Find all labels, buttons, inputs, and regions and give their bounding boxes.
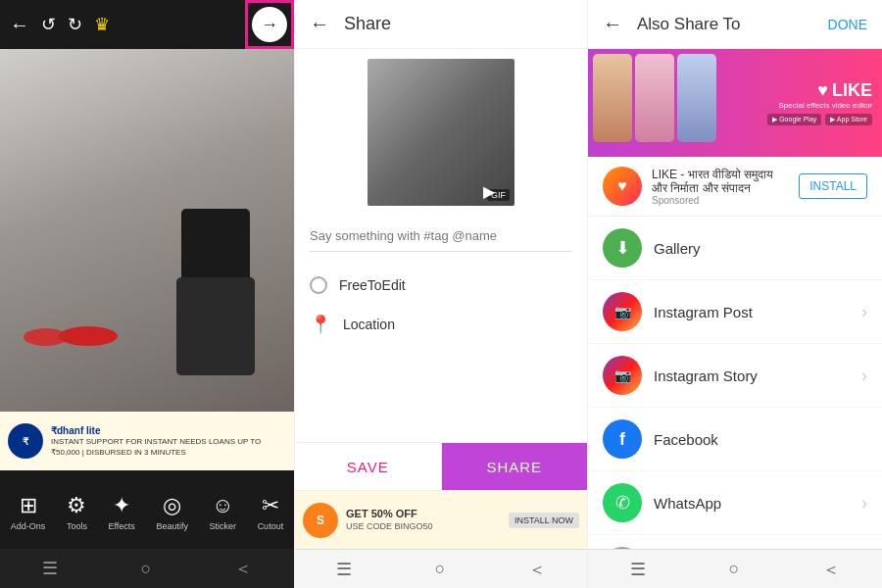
right-panel: ← Also Share To DONE ♥ LIKE Special effe…	[588, 0, 882, 588]
left-top-bar: ← ↺ ↻ ♛ →	[0, 0, 294, 49]
bottom-nav-middle: ☰ ○ ＜	[295, 549, 587, 588]
preview-thumbnail: GIF ▶	[368, 59, 514, 206]
gallery-icon: ⬇	[603, 228, 642, 268]
google-play-button[interactable]: ▶ Google Play	[767, 114, 821, 125]
canvas-decoration-2	[59, 326, 118, 346]
swiggy-logo: S	[303, 503, 338, 538]
instagram-post-icon: 📷	[603, 292, 642, 331]
gallery-label: Gallery	[654, 240, 867, 257]
share-list: ⬇ Gallery 📷 Instagram Post › 📷 Instagram…	[588, 217, 882, 549]
radio-freetoedit[interactable]	[310, 276, 327, 294]
instagram-story-share-item[interactable]: 📷 Instagram Story ›	[588, 344, 882, 408]
freetoedit-label: FreeToEdit	[339, 277, 406, 293]
facebook-share-item[interactable]: f Facebook	[588, 408, 882, 471]
whatsapp-chevron: ›	[861, 493, 867, 514]
like-tagline: Special effects video editor	[767, 101, 872, 110]
next-arrow-icon: →	[252, 7, 287, 42]
home-icon[interactable]: ○	[141, 559, 152, 579]
middle-panel: ← Share GIF ▶ FreeToEdit 📍 Location SAVE…	[294, 0, 588, 588]
location-label: Location	[343, 317, 395, 332]
phone-card-1	[593, 54, 632, 142]
ad-banner-left[interactable]: ₹ ₹dhanf lite INSTANT SUPPORT FOR INSTAN…	[0, 412, 294, 470]
redo-icon[interactable]: ↻	[68, 14, 82, 35]
ad-text: ₹dhanf lite INSTANT SUPPORT FOR INSTANT …	[51, 424, 286, 458]
share-header: ← Share	[295, 0, 587, 49]
crown-icon[interactable]: ♛	[94, 14, 110, 35]
instagram-post-share-item[interactable]: 📷 Instagram Post ›	[588, 280, 882, 344]
next-button[interactable]: →	[245, 0, 294, 49]
canvas-background	[0, 49, 294, 412]
app-store-button[interactable]: ▶ App Store	[825, 114, 872, 125]
instagram-post-chevron: ›	[861, 302, 867, 322]
chair-seat	[176, 277, 255, 375]
canvas-area	[0, 49, 294, 412]
play-icon: ▶	[483, 182, 495, 201]
toolbar-cutout[interactable]: ✂ Cutout	[258, 493, 284, 531]
toolbar-addons[interactable]: ⊞ Add-Ons	[11, 493, 46, 531]
bottom-nav-left: ☰ ○ ＜	[0, 549, 294, 588]
facebook-label: Facebook	[654, 431, 867, 448]
left-panel: ← ↺ ↻ ♛ → ₹ ₹dhanf lite INSTANT SUPPORT …	[0, 0, 294, 588]
instagram-story-label: Instagram Story	[654, 368, 861, 384]
like-phones-display	[593, 54, 716, 142]
share-action-buttons: SAVE SHARE	[295, 442, 587, 490]
back-icon-mid[interactable]: ＜	[528, 558, 546, 581]
like-sponsored-label: Sponsored	[652, 195, 789, 206]
instagram-post-label: Instagram Post	[654, 304, 861, 320]
bottom-toolbar: ⊞ Add-Ons ⚙ Tools ✦ Effects ◎ Beautify ☺…	[0, 470, 294, 549]
whatsapp-label: WhatsApp	[654, 495, 861, 512]
home-icon-mid[interactable]: ○	[435, 559, 446, 579]
like-install-button[interactable]: INSTALL	[799, 173, 867, 199]
like-logo-circle: ♥	[603, 167, 642, 206]
canvas-chair	[167, 219, 265, 375]
share-title: Share	[344, 14, 391, 34]
toolbar-tools[interactable]: ⚙ Tools	[67, 493, 87, 531]
back-icon[interactable]: ←	[10, 14, 29, 36]
share-back-icon[interactable]: ←	[310, 13, 329, 35]
cutout-icon: ✂	[262, 493, 279, 518]
toolbar-effects[interactable]: ✦ Effects	[108, 493, 134, 531]
location-pin-icon: 📍	[310, 314, 331, 335]
gallery-share-item[interactable]: ⬇ Gallery	[588, 217, 882, 280]
phone-card-3	[677, 54, 716, 142]
toolbar-sticker[interactable]: ☺ Sticker	[210, 493, 237, 531]
undo-icon[interactable]: ↺	[41, 14, 56, 35]
menu-icon[interactable]: ☰	[42, 558, 58, 579]
beautify-icon: ◎	[163, 493, 181, 518]
like-ad-banner[interactable]: ♥ LIKE Special effects video editor ▶ Go…	[588, 49, 882, 157]
back-icon-right[interactable]: ＜	[822, 558, 840, 581]
also-share-back-icon[interactable]: ←	[603, 13, 622, 35]
share-button[interactable]: SHARE	[442, 443, 588, 490]
sticker-icon: ☺	[212, 493, 233, 518]
freetoedit-option[interactable]: FreeToEdit	[310, 267, 572, 304]
tools-icon: ⚙	[67, 493, 86, 518]
phone-card-2	[635, 54, 674, 142]
caption-input[interactable]	[310, 220, 572, 252]
toolbar-beautify[interactable]: ◎ Beautify	[156, 493, 188, 531]
home-icon-right[interactable]: ○	[729, 559, 740, 579]
menu-icon-mid[interactable]: ☰	[336, 559, 352, 580]
share-options: FreeToEdit 📍 Location	[295, 257, 587, 355]
instagram-story-icon: 📷	[603, 356, 642, 395]
like-promo-row: ♥ LIKE - भारत वीडियो समुदाय और निर्माता …	[588, 157, 882, 217]
like-promo-name: LIKE - भारत वीडियो समुदाय और निर्माता और…	[652, 168, 789, 195]
ad-banner-middle[interactable]: S GET 50% OFF USE CODE BINGO50 INSTALL N…	[295, 490, 587, 549]
addons-icon: ⊞	[20, 493, 37, 518]
also-share-title: Also Share To	[637, 15, 813, 34]
done-button[interactable]: DONE	[828, 17, 867, 32]
location-option[interactable]: 📍 Location	[310, 304, 572, 345]
ad-logo: ₹	[8, 423, 43, 459]
chair-back	[181, 209, 250, 287]
bottom-nav-right: ☰ ○ ＜	[588, 549, 882, 588]
instagram-story-chevron: ›	[861, 366, 867, 386]
like-promo-text: LIKE - भारत वीडियो समुदाय और निर्माता और…	[652, 168, 789, 206]
menu-icon-right[interactable]: ☰	[630, 559, 646, 580]
like-app-name: LIKE	[832, 80, 872, 101]
whatsapp-share-item[interactable]: ✆ WhatsApp ›	[588, 471, 882, 535]
save-button[interactable]: SAVE	[295, 443, 442, 490]
swiggy-install-button[interactable]: INSTALL NOW	[509, 513, 579, 528]
effects-icon: ✦	[113, 493, 130, 518]
more-share-item[interactable]: ••• More	[588, 535, 882, 549]
ad-middle-text: GET 50% OFF USE CODE BINGO50	[346, 507, 501, 532]
back-nav-icon[interactable]: ＜	[234, 557, 252, 580]
